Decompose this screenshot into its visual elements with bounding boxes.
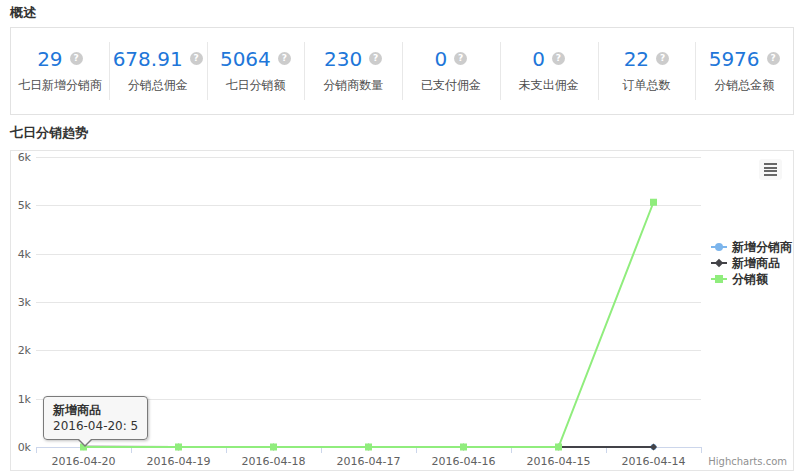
highcharts-credits[interactable]: Highcharts.com — [708, 456, 787, 467]
legend-label: 新增商品 — [732, 255, 780, 272]
stat-card: 5976?分销总金额 — [695, 28, 793, 114]
chart-plot-area[interactable]: 0k1k2k3k4k5k6k2016-04-202016-04-192016-0… — [11, 151, 793, 470]
stat-value: 0 — [532, 49, 545, 69]
help-icon[interactable]: ? — [656, 52, 669, 65]
overview-stats-panel: 29?七日新增分销商678.91?分销总佣金5064?七日分销额230?分销商数… — [10, 27, 794, 115]
tooltip-value: 2016-04-20: 5 — [53, 418, 138, 434]
series-marker — [650, 199, 657, 206]
legend-marker-icon — [711, 239, 727, 255]
hamburger-icon — [764, 163, 777, 176]
overview-section-title: 概述 — [10, 4, 36, 22]
stat-card: 5064?七日分销额 — [207, 28, 305, 114]
help-icon[interactable]: ? — [190, 52, 203, 65]
chart-legend: 新增分销商新增商品分销额 — [711, 239, 792, 287]
series-marker — [175, 444, 182, 451]
series-marker — [555, 444, 562, 451]
stat-card: 0?已支付佣金 — [402, 28, 500, 114]
help-icon[interactable]: ? — [454, 52, 467, 65]
legend-item-circle[interactable]: 新增分销商 — [711, 239, 792, 255]
legend-label: 分销额 — [732, 271, 768, 288]
stat-value: 678.91 — [113, 49, 183, 69]
stat-label: 订单总数 — [622, 77, 670, 94]
chart-tooltip: 新增商品2016-04-20: 5 — [43, 396, 148, 440]
stat-label: 七日分销额 — [225, 77, 285, 94]
legend-label: 新增分销商 — [732, 239, 792, 256]
trend-section-title: 七日分销趋势 — [10, 124, 88, 142]
stat-card: 678.91?分销总佣金 — [109, 28, 207, 114]
stat-value: 29 — [37, 49, 62, 69]
stat-value: 0 — [435, 49, 448, 69]
help-icon[interactable]: ? — [552, 52, 565, 65]
stat-value: 5064 — [220, 49, 271, 69]
stat-label: 分销总佣金 — [128, 77, 188, 94]
stat-card: 230?分销商数量 — [304, 28, 402, 114]
series-marker — [650, 444, 657, 451]
export-menu-button[interactable] — [759, 159, 782, 180]
help-icon[interactable]: ? — [767, 52, 780, 65]
stat-value: 5976 — [709, 49, 760, 69]
stat-label: 分销总金额 — [714, 77, 774, 94]
series-line — [84, 202, 654, 447]
legend-marker-icon — [711, 255, 727, 271]
legend-marker-icon — [711, 271, 727, 287]
stat-label: 分销商数量 — [323, 77, 383, 94]
stat-label: 未支出佣金 — [519, 77, 579, 94]
legend-item-square[interactable]: 分销额 — [711, 271, 792, 287]
stat-card: 29?七日新增分销商 — [11, 28, 109, 114]
tooltip-series-name: 新增商品 — [53, 402, 138, 418]
series-marker — [460, 444, 467, 451]
stat-label: 七日新增分销商 — [18, 77, 102, 94]
trend-chart: 0k1k2k3k4k5k6k2016-04-202016-04-192016-0… — [10, 150, 794, 471]
stat-value: 230 — [324, 49, 362, 69]
help-icon[interactable]: ? — [278, 52, 291, 65]
legend-item-diamond[interactable]: 新增商品 — [711, 255, 792, 271]
stat-value: 22 — [624, 49, 649, 69]
help-icon[interactable]: ? — [70, 52, 83, 65]
series-marker — [365, 444, 372, 451]
stat-card: 22?订单总数 — [598, 28, 696, 114]
series-marker — [270, 444, 277, 451]
stat-label: 已支付佣金 — [421, 77, 481, 94]
stat-card: 0?未支出佣金 — [500, 28, 598, 114]
help-icon[interactable]: ? — [369, 52, 382, 65]
